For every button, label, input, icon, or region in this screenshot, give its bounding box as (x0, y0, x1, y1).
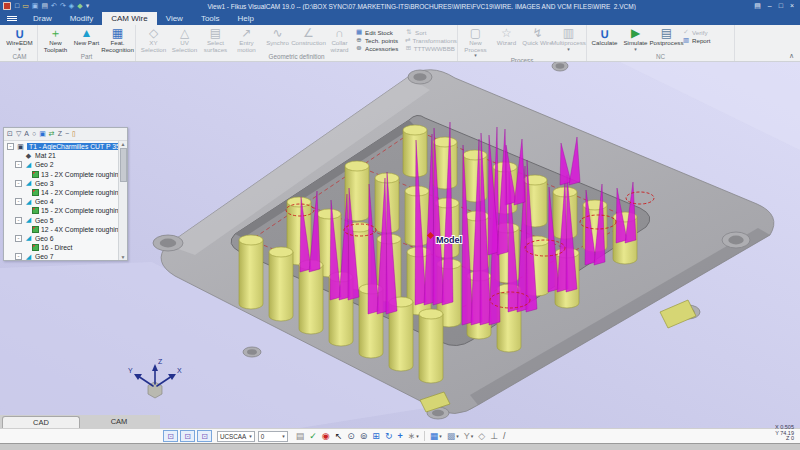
ucs-index-select[interactable]: 0▾ (258, 431, 288, 442)
orbit-icon[interactable]: ↻ (385, 431, 393, 441)
sort-button[interactable]: ⇅Sort (405, 28, 455, 36)
plot-icon[interactable]: ▤ (296, 431, 305, 441)
tree-item-geo-4[interactable]: -◢Geo 4 (4, 197, 127, 206)
print-icon[interactable]: ▤ (41, 2, 48, 10)
redo-icon[interactable]: ↷ (60, 2, 66, 10)
entry-motion-button[interactable]: ↗Entry motion (231, 26, 262, 53)
multiprocess-button[interactable]: ▥Multiprocess▾ (553, 26, 584, 57)
wire-view-icon[interactable]: ⊡ (180, 430, 195, 442)
render-icon[interactable]: ◆ (77, 2, 82, 10)
verify-button[interactable]: ✓Verify (682, 28, 732, 36)
swap-icon[interactable]: ⇄ (49, 130, 55, 138)
tab-help[interactable]: Help (229, 12, 263, 25)
stop-icon[interactable]: ◉ (322, 431, 330, 441)
zoom-window-icon[interactable]: ⊚ (360, 431, 368, 441)
measure-icon[interactable]: A (24, 130, 29, 138)
undo-icon[interactable]: ↶ (51, 2, 57, 10)
layer-box-icon[interactable]: ▩▾ (447, 431, 459, 441)
postprocess-button[interactable]: ▤Postprocess (651, 26, 682, 53)
tree-item-t1-agiecharmilles-cut-p-350[interactable]: -▣T1 - AgieCharmilles CUT P 350∗ (4, 142, 127, 151)
menu-icon[interactable] (0, 12, 24, 25)
expand-toggle-icon[interactable]: - (7, 143, 14, 150)
synchro-button[interactable]: ∿Synchro (262, 26, 293, 53)
tree-item-geo-5[interactable]: -◢Geo 5 (4, 216, 127, 225)
uv-selection-button[interactable]: △UV Selection (169, 26, 200, 53)
ucs-select[interactable]: UCSCAA▾ (217, 431, 255, 442)
tree-item-16-direct[interactable]: 16 - Direct (4, 243, 127, 252)
wireedm-button[interactable]: ∪WireEDM▾ (4, 26, 35, 53)
expand-toggle-icon[interactable]: - (15, 217, 22, 224)
tree-item-geo-3[interactable]: -◢Geo 3 (4, 179, 127, 188)
hidden-view-icon[interactable]: ⊡ (197, 430, 212, 442)
tttwwwbbb-button[interactable]: ⊞TTTWWWBBB (405, 44, 455, 52)
cursor-icon[interactable]: ↖ (335, 431, 343, 441)
expand-toggle-icon[interactable]: - (15, 180, 22, 187)
render-mode-icon[interactable]: ∗▾ (408, 431, 419, 441)
zoom-select-icon[interactable]: ⊙ (347, 431, 355, 441)
expand-toggle-icon[interactable]: - (15, 198, 22, 205)
tree-item-14-2x-complete-roughing[interactable]: 14 - 2X Complete roughing (4, 188, 127, 197)
snap-y-icon[interactable]: Y▾ (464, 431, 474, 441)
circle-icon[interactable]: ○ (32, 130, 36, 138)
tab-modify[interactable]: Modify (61, 12, 103, 25)
tech-points-button[interactable]: ⊕Tech. points (355, 36, 405, 44)
tree-item-13-2x-complete-roughing[interactable]: 13 - 2X Complete roughing (4, 170, 127, 179)
pan-icon[interactable]: + (397, 431, 402, 441)
tab-view[interactable]: View (157, 12, 192, 25)
tree-item-geo-2[interactable]: -◢Geo 2 (4, 160, 127, 169)
zoom-fit-icon[interactable]: ⊞ (372, 431, 380, 441)
tab-tools[interactable]: Tools (192, 12, 229, 25)
transformations-button[interactable]: ⇄Transformations (405, 36, 455, 44)
doc-tab-cam[interactable]: CAM (80, 416, 158, 428)
new-process-button[interactable]: ▢New Process▾ (460, 26, 491, 57)
doc-tab-cad[interactable]: CAD (2, 416, 80, 428)
restore-icon[interactable]: □ (779, 2, 783, 10)
select-surfaces-button[interactable]: ▤Select surfaces (200, 26, 231, 53)
ribbon-collapse-icon[interactable]: ∧ (789, 52, 794, 60)
new-file-icon[interactable]: □ (15, 2, 19, 10)
tree-item-12-4x-complete-roughing[interactable]: 12 - 4X Complete roughing (4, 225, 127, 234)
tree-item-15-2x-complete-roughing[interactable]: 15 - 2X Complete roughing (4, 206, 127, 215)
feat-recognition-button[interactable]: ▦Feat. Recognition (102, 26, 133, 53)
new-part-button[interactable]: ▲New Part (71, 26, 102, 53)
tree-scrollbar[interactable]: ▲▼ (118, 141, 127, 260)
new-toolpath-button[interactable]: ＋New Toolpath (40, 26, 71, 53)
sort-z-icon[interactable]: Z (58, 130, 62, 138)
accessories-button[interactable]: ⊛Accessories (355, 44, 405, 52)
tree-item-geo-7[interactable]: -◢Geo 7 (4, 252, 127, 260)
screen-icon[interactable]: ⊡ (7, 130, 13, 138)
tab-draw[interactable]: Draw (24, 12, 61, 25)
wizard-button[interactable]: ☆Wizard (491, 26, 522, 57)
filter-icon[interactable]: ▽ (16, 130, 21, 138)
xy-selection-button[interactable]: ◇XY Selection (138, 26, 169, 53)
collapse-icon[interactable]: − (65, 130, 69, 138)
simulate-button[interactable]: ▶Simulate▾ (620, 26, 651, 53)
scroll-thumb[interactable] (120, 148, 127, 182)
expand-toggle-icon[interactable]: - (15, 235, 22, 242)
snap-perp-icon[interactable]: ⊥ (490, 431, 498, 441)
tab-cam-wire[interactable]: CAM Wire (102, 12, 156, 25)
construction-button[interactable]: ∠Construction (293, 26, 324, 53)
snap-line-icon[interactable]: / (503, 431, 506, 441)
save-icon[interactable]: ▣ (32, 2, 39, 10)
collar-wizard-button[interactable]: ∩Collar wizard (324, 26, 355, 53)
open-icon[interactable]: ▭ (22, 2, 29, 10)
confirm-icon[interactable]: ✓ (309, 431, 317, 441)
expand-toggle-icon[interactable]: - (15, 161, 22, 168)
view-cube-icon[interactable]: ◈ (69, 2, 74, 10)
minimize-icon[interactable]: – (768, 2, 772, 10)
ribbon-options-icon[interactable]: ▤ (754, 2, 761, 10)
tree-item-geo-6[interactable]: -◢Geo 6 (4, 234, 127, 243)
calculate-button[interactable]: ∪Calculate (589, 26, 620, 53)
snap-diamond-icon[interactable]: ◇ (478, 431, 485, 441)
tree-item-mat-21[interactable]: ◆Mat 21 (4, 151, 127, 160)
document-icon[interactable]: ▯ (72, 130, 76, 138)
ucs-box-icon[interactable]: ▦▾ (430, 431, 442, 441)
edit-stock-button[interactable]: ▦Edit Stock (355, 28, 405, 36)
quick-wire-button[interactable]: ↯Quick Wire (522, 26, 553, 57)
close-icon[interactable]: × (790, 2, 794, 10)
shade-view-icon[interactable]: ⊡ (163, 430, 178, 442)
expand-toggle-icon[interactable]: - (15, 253, 22, 260)
layers-icon[interactable]: ▣ (39, 130, 46, 138)
report-button[interactable]: ▥Report (682, 36, 732, 44)
